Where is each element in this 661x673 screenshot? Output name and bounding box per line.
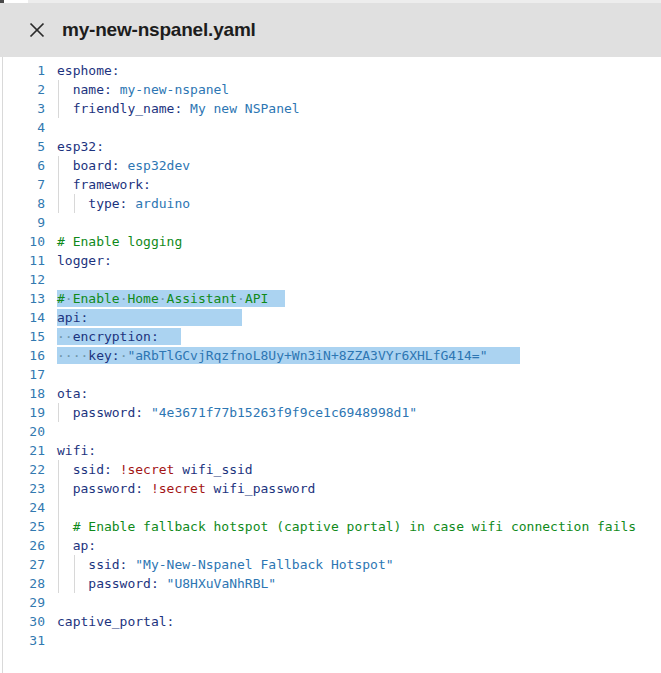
code-line[interactable]: 5esp32: — [0, 137, 661, 156]
code-line[interactable]: 11logger: — [0, 251, 661, 270]
code-line[interactable]: 21wifi: — [0, 441, 661, 460]
code-line[interactable]: 8 type: arduino — [0, 194, 661, 213]
token-key: encryption: — [73, 329, 159, 344]
selection-tail — [88, 309, 242, 326]
token-space — [57, 405, 73, 420]
code-line[interactable]: 30captive_portal: — [0, 612, 661, 631]
code-content: wifi: — [57, 441, 661, 460]
close-button[interactable] — [24, 17, 50, 43]
token-key: esp32: — [57, 139, 104, 154]
code-line[interactable]: 27 ssid: "My-New-Nspanel Fallback Hotspo… — [0, 555, 661, 574]
code-content: ota: — [57, 384, 661, 403]
code-line[interactable]: 29 — [0, 593, 661, 612]
line-number: 28 — [0, 574, 45, 593]
token-space — [143, 481, 151, 496]
file-title: my-new-nspanel.yaml — [62, 19, 256, 41]
token-comment: Home — [127, 291, 158, 306]
token-space-dot: · — [237, 291, 245, 306]
code-line[interactable]: 22 ssid: !secret wifi_ssid — [0, 460, 661, 479]
code-line[interactable]: 3 friendly_name: My new NSPanel — [0, 99, 661, 118]
token-key: logger: — [57, 253, 112, 268]
code-line[interactable]: 4 — [0, 118, 661, 137]
code-line[interactable]: 12 — [0, 270, 661, 289]
token-key: wifi_password — [214, 481, 316, 496]
line-number: 21 — [0, 441, 45, 460]
token-key: framework: — [73, 177, 151, 192]
selection-tail — [487, 347, 520, 364]
token-key: password: — [73, 481, 143, 496]
code-line[interactable]: 13#·Enable·Home·Assistant·API — [0, 289, 661, 308]
indent-guide — [58, 99, 59, 118]
indent-guide — [74, 194, 75, 213]
code-content: esphome: — [57, 61, 661, 80]
yaml-editor[interactable]: 1esphome:2 name: my-new-nspanel3 friendl… — [0, 57, 661, 673]
code-line[interactable]: 19 password: "4e3671f77b15263f9f9ce1c694… — [0, 403, 661, 422]
code-line[interactable]: 10# Enable logging — [0, 232, 661, 251]
code-line[interactable]: 16····key:·"aRbTlGCvjRqzfnoL8Uy+Wn3iN+8Z… — [0, 346, 661, 365]
indent-guide — [58, 517, 59, 536]
token-space — [112, 462, 120, 477]
line-number: 7 — [0, 175, 45, 194]
token-space — [57, 82, 73, 97]
code-line[interactable]: 20 — [0, 422, 661, 441]
code-line[interactable]: 1esphome: — [0, 61, 661, 80]
code-line[interactable]: 2 name: my-new-nspanel — [0, 80, 661, 99]
code-line[interactable]: 23 password: !secret wifi_password — [0, 479, 661, 498]
line-number: 17 — [0, 365, 45, 384]
token-space — [57, 177, 73, 192]
code-content: # Enable logging — [57, 232, 661, 251]
token-comment: API — [245, 291, 268, 306]
indent-guide — [58, 175, 59, 194]
line-number: 12 — [0, 270, 45, 289]
token-key: wifi_ssid — [182, 462, 252, 477]
code-content: ssid: !secret wifi_ssid — [57, 460, 661, 479]
token-key: name: — [73, 82, 112, 97]
line-number: 27 — [0, 555, 45, 574]
line-number: 13 — [0, 289, 45, 308]
indent-guide — [58, 156, 59, 175]
code-content — [57, 118, 661, 137]
token-key: password: — [88, 576, 158, 591]
token-value: "4e3671f77b15263f9f9ce1c6948998d1" — [151, 405, 417, 420]
line-number: 31 — [0, 631, 45, 650]
indent-guide — [58, 194, 59, 213]
code-line[interactable]: 14api: — [0, 308, 661, 327]
token-space — [206, 481, 214, 496]
code-line[interactable]: 15··encryption: — [0, 327, 661, 346]
line-number: 1 — [0, 61, 45, 80]
indent-guide — [58, 536, 59, 555]
token-space — [57, 538, 73, 553]
code-content: type: arduino — [57, 194, 661, 213]
code-line[interactable]: 25 # Enable fallback hotspot (captive po… — [0, 517, 661, 536]
code-content: logger: — [57, 251, 661, 270]
token-key: type: — [88, 196, 127, 211]
code-line[interactable]: 28 password: "U8HXuVaNhRBL" — [0, 574, 661, 593]
code-line[interactable]: 31 — [0, 631, 661, 650]
code-line[interactable]: 18ota: — [0, 384, 661, 403]
line-number: 5 — [0, 137, 45, 156]
code-line[interactable]: 24 — [0, 498, 661, 517]
line-number: 20 — [0, 422, 45, 441]
line-number: 18 — [0, 384, 45, 403]
code-content: ssid: "My-New-Nspanel Fallback Hotspot" — [57, 555, 661, 574]
code-content — [57, 213, 661, 232]
token-space-dot: · — [159, 291, 167, 306]
token-space — [57, 519, 73, 534]
indent-guide — [58, 403, 59, 422]
token-key: captive_portal: — [57, 614, 174, 629]
token-space-dot: · — [65, 291, 73, 306]
code-content: ··encryption: — [57, 327, 661, 346]
token-space — [57, 462, 73, 477]
code-line[interactable]: 7 framework: — [0, 175, 661, 194]
code-line[interactable]: 9 — [0, 213, 661, 232]
code-line[interactable]: 17 — [0, 365, 661, 384]
token-value: "U8HXuVaNhRBL" — [167, 576, 277, 591]
code-content: name: my-new-nspanel — [57, 80, 661, 99]
code-content — [57, 365, 661, 384]
line-number: 2 — [0, 80, 45, 99]
indent-guide — [58, 498, 59, 517]
code-line[interactable]: 26 ap: — [0, 536, 661, 555]
code-line[interactable]: 6 board: esp32dev — [0, 156, 661, 175]
code-content: board: esp32dev — [57, 156, 661, 175]
token-key: board: — [73, 158, 120, 173]
